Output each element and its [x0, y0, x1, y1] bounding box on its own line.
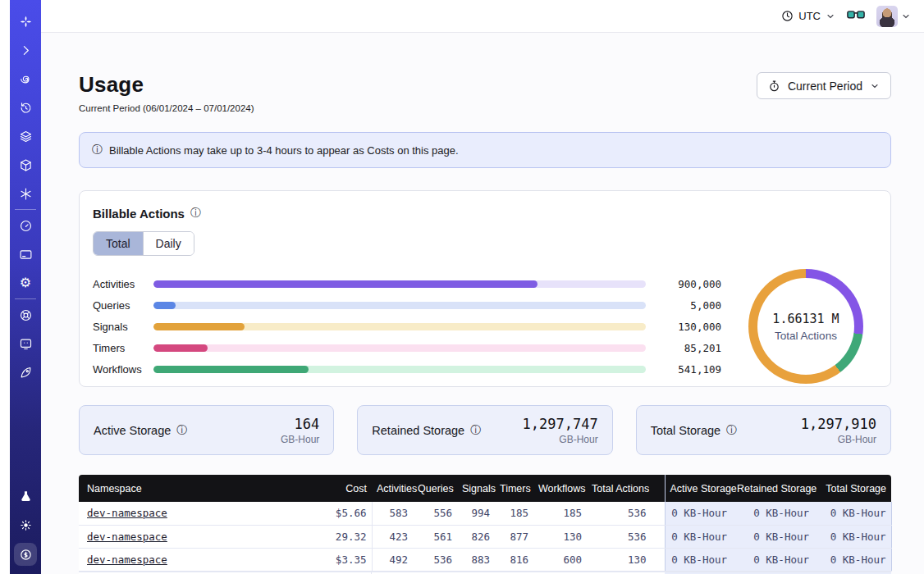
- labs-flask-icon[interactable]: [15, 485, 36, 507]
- clock-icon: [781, 10, 794, 22]
- column-header-retained-storage: Retained Storage: [732, 475, 814, 502]
- cell-timers: 877: [495, 525, 533, 548]
- getting-started-rocket-icon[interactable]: [15, 362, 36, 383]
- bar-value: 5,000: [646, 299, 721, 312]
- info-icon[interactable]: ⓘ: [470, 423, 481, 438]
- bar-chart: Activities900,000Queries5,000Signals130,…: [93, 280, 721, 373]
- sidebar-divider: [15, 298, 36, 299]
- bar-fill: [153, 280, 537, 288]
- total-storage-value: 1,297,910: [801, 416, 876, 432]
- cell-retained-storage: 0 KB-Hour: [732, 548, 814, 571]
- bar-fill: [153, 302, 176, 309]
- bar-value: 130,000: [646, 321, 721, 333]
- bar-label: Signals: [93, 321, 153, 333]
- donut-center: 1.66131 M Total Actions: [757, 278, 854, 375]
- cell-active-storage: 0 KB-Hour: [665, 525, 732, 548]
- temporal-logo-icon[interactable]: [15, 11, 36, 32]
- sidebar-divider: [15, 209, 36, 210]
- namespace-link[interactable]: dev-namespace: [87, 554, 167, 566]
- cell-queries: 556: [413, 502, 457, 525]
- info-icon[interactable]: ⓘ: [176, 423, 187, 438]
- timezone-selector[interactable]: UTC: [781, 10, 835, 22]
- bar-label: Queries: [93, 299, 153, 312]
- support-lifebuoy-icon[interactable]: [15, 304, 36, 326]
- cell-total-storage: 0 KB-Hour: [814, 525, 891, 548]
- cell-activities: 492: [372, 548, 413, 571]
- cell-timers: 185: [495, 502, 533, 525]
- deployments-cube-icon[interactable]: [15, 154, 36, 175]
- billable-actions-title: Billable Actions ⓘ: [93, 206, 877, 221]
- sidebar: ⚙: [10, 0, 41, 574]
- billing-card-icon[interactable]: [15, 244, 36, 265]
- bar-row-activities: Activities900,000: [93, 280, 721, 288]
- column-header-activities: Activities: [372, 475, 413, 502]
- cell-namespace[interactable]: dev-namespace: [79, 525, 288, 548]
- history-clock-icon[interactable]: [15, 97, 36, 118]
- cell-namespace[interactable]: dev-namespace: [79, 548, 288, 571]
- cell-activities: 423: [372, 525, 413, 548]
- retained-storage-label: Retained Storage: [372, 424, 464, 437]
- column-header-timers: Timers: [495, 475, 533, 502]
- bar-value: 900,000: [646, 278, 721, 290]
- active-storage-label: Active Storage: [94, 424, 171, 437]
- cell-total-actions: 130: [587, 548, 665, 571]
- bar-track: [153, 302, 646, 309]
- namespace-link[interactable]: dev-namespace: [87, 531, 167, 543]
- period-selector-button[interactable]: Current Period: [757, 72, 891, 99]
- sidebar-lower-group: [10, 304, 41, 383]
- cell-total-actions: 536: [587, 525, 665, 548]
- bar-row-timers: Timers85,201: [93, 344, 721, 352]
- namespace-link[interactable]: dev-namespace: [87, 507, 167, 519]
- avatar: [876, 6, 898, 27]
- user-menu[interactable]: [876, 6, 911, 27]
- cell-activities: 583: [372, 502, 413, 525]
- retained-storage-unit: GB-Hour: [523, 434, 598, 445]
- table-row: dev-namespace29.324235618268771305360 KB…: [79, 525, 891, 548]
- tab-total[interactable]: Total: [94, 232, 143, 255]
- retained-storage-card: Retained Storageⓘ 1,297,747GB-Hour: [357, 405, 612, 455]
- billable-actions-tabs: TotalDaily: [93, 231, 194, 256]
- column-header-total-storage: Total Storage: [814, 475, 891, 502]
- cell-namespace[interactable]: dev-namespace: [79, 502, 288, 525]
- timezone-label: UTC: [798, 10, 821, 22]
- bar-value: 541,109: [646, 363, 721, 376]
- bar-fill: [153, 323, 245, 330]
- page-gutter: [0, 0, 10, 574]
- usage-gauge-icon[interactable]: [15, 215, 36, 236]
- active-storage-value: 164: [281, 416, 319, 432]
- period-selector-label: Current Period: [788, 80, 862, 93]
- theme-sun-icon[interactable]: [15, 514, 36, 535]
- topbar: UTC: [41, 0, 924, 33]
- cell-workflows: 185: [533, 502, 587, 525]
- cell-queries: 561: [413, 525, 457, 548]
- bar-track: [153, 366, 646, 373]
- column-header-queries: Queries: [413, 475, 457, 502]
- glasses-icon[interactable]: [847, 9, 865, 24]
- expand-sidebar-chevron-right-icon[interactable]: [15, 39, 36, 61]
- tab-daily[interactable]: Daily: [143, 232, 194, 255]
- cell-signals: 994: [457, 502, 495, 525]
- chevron-down-icon: [870, 81, 880, 91]
- sidebar-bottom-group: [10, 485, 41, 566]
- layers-icon[interactable]: [15, 125, 36, 147]
- billing-coin-icon-active[interactable]: [14, 543, 37, 566]
- bar-track: [153, 323, 646, 330]
- info-icon[interactable]: ⓘ: [726, 423, 737, 438]
- bar-fill: [153, 344, 208, 352]
- billable-actions-chart: Activities900,000Queries5,000Signals130,…: [93, 269, 877, 384]
- cell-total-storage: 0 KB-Hour: [814, 548, 891, 571]
- settings-gear-icon[interactable]: ⚙: [15, 272, 36, 294]
- storage-summary-row: Active Storageⓘ 164GB-Hour Retained Stor…: [79, 405, 891, 455]
- namespaces-spiral-icon[interactable]: [15, 68, 36, 89]
- table-row: dev-namespace$3.354925368838166001300 KB…: [79, 548, 891, 571]
- bar-fill: [153, 366, 309, 373]
- info-icon[interactable]: ⓘ: [190, 206, 201, 221]
- chevron-down-icon: [826, 11, 835, 21]
- column-header-workflows: Workflows: [533, 475, 587, 502]
- page-subtitle: Current Period (06/01/2024 – 07/01/2024): [79, 103, 254, 113]
- billable-actions-title-text: Billable Actions: [93, 207, 185, 221]
- bar-label: Activities: [93, 278, 153, 290]
- feedback-chat-icon[interactable]: [15, 333, 36, 354]
- cell-active-storage: 0 KB-Hour: [665, 548, 732, 571]
- nexus-asterisk-icon[interactable]: [15, 183, 36, 204]
